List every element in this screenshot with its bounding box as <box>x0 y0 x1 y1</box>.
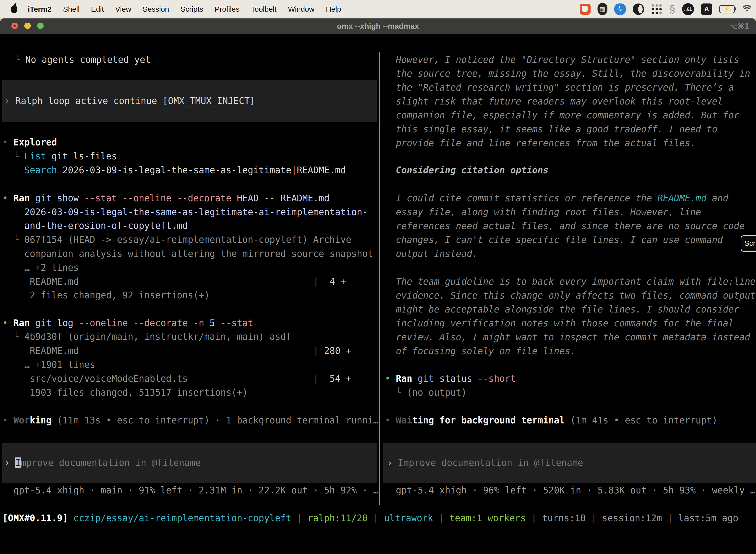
chat-app-icon[interactable] <box>580 4 590 15</box>
text-segment: README.md <box>30 276 79 287</box>
text-segment: 067f154 (HEAD -> essay/ai-reimplementati… <box>24 234 352 245</box>
apple-menu-icon[interactable] <box>11 5 17 13</box>
text-segment: | <box>297 513 308 523</box>
text-segment: 2026-03-09-is-legal-the-same-as-legitima… <box>57 165 346 175</box>
reasoning-text: this single essay, it seems like a good … <box>396 122 717 136</box>
text-segment <box>79 345 313 356</box>
text-segment: Wor <box>13 415 30 426</box>
text-segment: last:5m ago <box>678 513 738 523</box>
text-segment: | <box>586 513 602 523</box>
text-segment: I could cite commit statistics or refere… <box>396 193 657 204</box>
reasoning-text: review. Also, I might want to inspect th… <box>396 330 750 344</box>
text-segment: HEAD <box>232 193 264 204</box>
sync-bolt-icon[interactable]: ϟ <box>614 3 626 15</box>
iterm2-window: omx --xhigh --madmax ⌥⌘1 └ No agents com… <box>0 18 756 554</box>
terminal-line-show-wrap2: and-the-erosion-of-copyleft.md <box>24 219 188 233</box>
battery-icon[interactable]: ⚡ <box>719 5 735 13</box>
moon-icon[interactable] <box>633 3 644 15</box>
wifi-icon[interactable] <box>742 5 753 13</box>
shield-grid-icon[interactable]: ▦ <box>597 3 608 15</box>
text-segment: 1903 files changed, 513517 insertions(+) <box>30 387 248 398</box>
text-segment: turns:10 <box>542 513 586 523</box>
reasoning-text: evidence. Since this change only affects… <box>396 289 756 302</box>
text-segment: • <box>2 318 13 328</box>
model-status-left: gpt-5.4 xhigh · main · 91% left · 2.31M … <box>13 484 378 497</box>
text-segment: session:12m <box>602 513 662 523</box>
text-segment: └ <box>13 234 24 245</box>
text-segment: Ran <box>13 318 30 328</box>
reasoning-text: changes, I can't cite specific file line… <box>396 233 723 247</box>
prompt-input-left[interactable]: › Improve documentation in @filename <box>4 456 201 470</box>
text-segment: README.md <box>30 345 79 356</box>
terminal-line-show-stat1: README.md | 4 + <box>30 275 346 289</box>
terminal-line-git-status: • Ran git status --short <box>385 372 516 386</box>
text-segment: › <box>387 457 398 468</box>
reasoning-text: companion file, especially if more comme… <box>396 108 739 122</box>
screen-share-tab[interactable]: Scre <box>741 235 756 252</box>
menu-item-session[interactable]: Session <box>143 5 169 13</box>
text-segment: (11m 13s • esc to interrupt) · 1 backgro… <box>52 415 379 426</box>
text-segment: Wai <box>396 415 412 426</box>
text-segment: • <box>385 373 396 384</box>
hook-icon[interactable]: § <box>670 3 675 15</box>
text-segment: --oneline --decorate -n <box>79 318 204 328</box>
text-segment: git ls-files <box>46 151 117 162</box>
text-segment: | <box>368 513 384 523</box>
text-segment: cczip/essay/ai-reimplementation-copyleft <box>68 513 297 523</box>
text-segment: (no output) <box>407 387 467 398</box>
menu-item-scripts[interactable]: Scripts <box>181 5 203 13</box>
reasoning-heading: Considering citation options <box>396 163 548 177</box>
menu-item-view[interactable]: View <box>115 5 131 13</box>
terminal-line-no-agents: └ No agents completed yet <box>14 53 150 67</box>
text-segment: 4 + <box>319 276 346 287</box>
text-segment: git <box>35 318 52 328</box>
reasoning-text: output instead. <box>396 247 478 261</box>
prompt-input-right[interactable]: › Improve documentation in @filename <box>387 456 583 470</box>
text-segment: └ <box>13 331 24 342</box>
terminal-line-show-commit2: companion analysis without altering the … <box>24 247 373 261</box>
window-title-bar[interactable]: omx --xhigh --madmax ⌥⌘1 <box>0 18 756 34</box>
menu-item-shell[interactable]: Shell <box>63 5 80 13</box>
text-segment: └ <box>13 151 24 162</box>
terminal-line-log-stat3: 1903 files changed, 513517 insertions(+) <box>30 386 248 400</box>
text-segment: 2026-03-09-is-legal-the-same-as-legitima… <box>24 207 368 217</box>
text-segment: 54 + <box>319 373 352 384</box>
text-segment: (1m 41s • esc to interrupt) <box>565 415 717 426</box>
input-source-icon[interactable]: A <box>701 3 712 15</box>
text-segment: ultrawork <box>384 513 433 523</box>
text-segment: • <box>2 415 13 426</box>
status-line-working: • Working (11m 13s • esc to interrupt) ·… <box>2 413 378 428</box>
text-segment: … +2 lines <box>24 262 79 273</box>
text-segment: | <box>526 513 542 523</box>
screen: { "menubar": { "items": ["iTerm2","Shell… <box>0 0 756 554</box>
reasoning-text: references need actual files, and since … <box>396 219 745 233</box>
text-segment: | <box>433 513 449 523</box>
menu-item-window[interactable]: Window <box>288 5 315 13</box>
badge-61-icon[interactable]: ..61 <box>682 3 694 15</box>
text-segment: 4b9d30f (origin/main, instructkr/main, m… <box>24 331 292 342</box>
menu-item-toolbelt[interactable]: Toolbelt <box>251 5 276 13</box>
text-segment: README.md <box>657 193 707 204</box>
text-segment: No agents completed yet <box>25 54 150 65</box>
text-segment: companion analysis without altering the … <box>24 248 373 259</box>
dots-grid-icon[interactable] <box>651 3 663 15</box>
text-segment: ting for background terminal <box>412 415 565 426</box>
text-segment: 280 + <box>319 345 352 356</box>
text-segment: --stat <box>220 318 253 328</box>
text-segment <box>30 318 35 328</box>
menu-item-help[interactable]: Help <box>326 5 341 13</box>
menu-item-edit[interactable]: Edit <box>91 5 104 13</box>
text-segment: git <box>35 193 52 204</box>
text-segment: List <box>24 151 46 162</box>
text-segment: I <box>15 457 21 468</box>
menu-item-profiles[interactable]: Profiles <box>214 5 239 13</box>
reasoning-text: The team guideline is to back every impo… <box>396 275 756 289</box>
text-segment: › <box>4 457 15 468</box>
menu-item-iterm2[interactable]: iTerm2 <box>28 5 52 13</box>
text-segment: Ran <box>13 193 30 204</box>
terminal-line-log-more: … +1901 lines <box>24 358 95 372</box>
menu-bar: iTerm2 Shell Edit View Session Scripts P… <box>0 0 756 18</box>
reasoning-text: the "Related research writing" section i… <box>396 81 734 95</box>
text-segment: | <box>313 276 319 287</box>
terminal-line-search: Search 2026-03-09-is-legal-the-same-as-l… <box>24 163 346 177</box>
